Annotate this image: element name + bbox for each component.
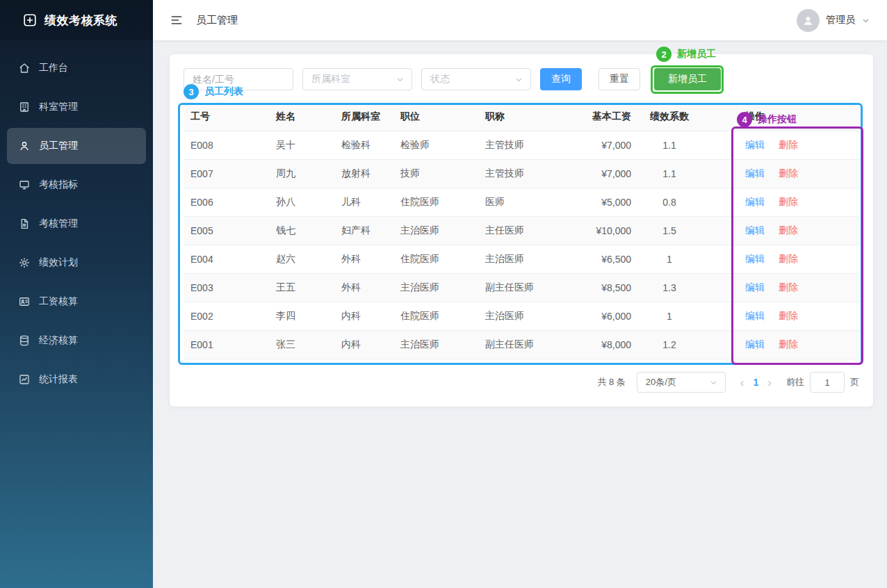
sidebar-item-plans[interactable]: 绩效计划: [7, 245, 146, 281]
user-name: 管理员: [826, 14, 855, 26]
chevron-down-icon: [514, 75, 523, 84]
sidebar-item-kpi[interactable]: 考核指标: [7, 167, 146, 203]
delete-link[interactable]: 删除: [779, 224, 798, 236]
table-row: E004赵六外科住院医师主治医师¥6,5001编辑删除: [184, 245, 859, 274]
table-row: E001张三内科主治医师副主任医师¥8,0001.2编辑删除: [184, 331, 859, 359]
user-menu[interactable]: 管理员: [797, 9, 870, 32]
goto-page-input[interactable]: [810, 372, 845, 393]
prev-page-button[interactable]: ‹: [735, 377, 749, 389]
table-row: E007周九放射科技师主管技师¥7,0001.1编辑删除: [184, 160, 859, 188]
chevron-down-icon: [861, 16, 870, 25]
cell-title: 副主任医师: [485, 281, 555, 294]
delete-link[interactable]: 删除: [779, 196, 798, 207]
cell-actions: 编辑删除: [708, 139, 852, 152]
delete-link[interactable]: 删除: [779, 310, 798, 321]
cell-name: 吴十: [276, 139, 341, 152]
sidebar-item-label: 统计报表: [39, 373, 78, 386]
edit-link[interactable]: 编辑: [745, 310, 765, 321]
cell-name: 周九: [276, 168, 341, 180]
sidebar-item-label: 经济核算: [39, 334, 78, 347]
cell-actions: 编辑删除: [708, 224, 852, 237]
cell-employee-id: E003: [190, 282, 276, 293]
delete-link[interactable]: 删除: [779, 139, 798, 150]
page: 绩效考核系统 工作台科室管理员工管理考核指标考核管理绩效计划工资核算经济核算统计…: [0, 0, 887, 588]
column-header-position: 职位: [400, 111, 485, 123]
table-row: E008吴十检验科检验师主管技师¥7,0001.1编辑删除: [184, 131, 859, 160]
chevron-down-icon: [396, 75, 405, 84]
cell-employee-id: E007: [190, 168, 276, 179]
column-header-title: 职称: [485, 111, 555, 123]
cell-name: 孙八: [276, 196, 341, 209]
sidebar-item-reports[interactable]: 统计报表: [7, 361, 146, 398]
edit-link[interactable]: 编辑: [745, 253, 765, 264]
goto-label: 前往: [786, 376, 804, 389]
sidebar-item-label: 员工管理: [39, 140, 78, 152]
cell-salary: ¥7,000: [555, 140, 631, 151]
edit-link[interactable]: 编辑: [745, 338, 765, 350]
sidebar-item-assessment[interactable]: 考核管理: [7, 206, 146, 242]
sidebar-menu: 工作台科室管理员工管理考核指标考核管理绩效计划工资核算经济核算统计报表: [0, 40, 153, 407]
cell-department: 内科: [341, 338, 400, 351]
cell-name: 张三: [276, 338, 341, 351]
cell-position: 住院医师: [400, 196, 485, 209]
cell-salary: ¥7,000: [555, 168, 631, 179]
department-select[interactable]: 所属科室: [302, 68, 412, 90]
app-title: 绩效考核系统: [44, 13, 117, 28]
cell-position: 技师: [400, 168, 485, 180]
cell-actions: 编辑删除: [708, 310, 852, 322]
pagination-total: 共 8 条: [597, 376, 625, 389]
cell-coefficient: 1.3: [631, 282, 708, 293]
app-logo: 绩效考核系统: [0, 0, 153, 40]
cell-coefficient: 0.8: [631, 197, 708, 208]
cell-department: 外科: [341, 253, 400, 266]
cell-title: 主管技师: [485, 168, 555, 180]
search-button[interactable]: 查询: [540, 68, 582, 90]
user-icon: [18, 140, 31, 152]
sidebar-item-economy[interactable]: 经济核算: [7, 322, 146, 359]
edit-link[interactable]: 编辑: [745, 168, 765, 179]
reset-button[interactable]: 重置: [599, 68, 640, 90]
delete-link[interactable]: 删除: [779, 168, 798, 179]
app-logo-icon: [22, 13, 38, 28]
cell-position: 主治医师: [400, 338, 485, 351]
sidebar-item-employees[interactable]: 员工管理: [7, 128, 146, 164]
next-page-button[interactable]: ›: [763, 377, 776, 389]
edit-link[interactable]: 编辑: [745, 196, 765, 207]
cell-coefficient: 1.1: [631, 140, 708, 151]
current-page[interactable]: 1: [749, 377, 763, 388]
edit-link[interactable]: 编辑: [745, 281, 765, 293]
page-size-select[interactable]: 20条/页: [637, 372, 726, 393]
cell-employee-id: E008: [190, 140, 276, 151]
status-select[interactable]: 状态: [421, 68, 531, 90]
cell-department: 妇产科: [341, 224, 400, 237]
delete-link[interactable]: 删除: [779, 338, 798, 350]
add-employee-button[interactable]: 新增员工: [654, 68, 721, 90]
cell-title: 主治医师: [485, 253, 555, 266]
employee-card: 所属科室 状态 查询 重置 新增员工 工号 姓名 所属科室 职位 职称: [170, 54, 873, 407]
edit-link[interactable]: 编辑: [745, 224, 765, 236]
sidebar-item-workbench[interactable]: 工作台: [7, 50, 146, 86]
delete-link[interactable]: 删除: [779, 281, 798, 293]
department-select-value: 所属科室: [311, 73, 350, 85]
column-header-id: 工号: [190, 111, 276, 123]
cell-coefficient: 1.1: [631, 168, 708, 179]
gear-icon: [18, 256, 31, 269]
id-card-icon: [18, 295, 31, 308]
table-row: E005钱七妇产科主治医师主任医师¥10,0001.5编辑删除: [184, 217, 859, 245]
keyword-input[interactable]: [184, 68, 293, 90]
cell-salary: ¥8,000: [555, 339, 631, 350]
sidebar-item-salary[interactable]: 工资核算: [7, 284, 146, 320]
cell-actions: 编辑删除: [708, 281, 852, 294]
column-header-name: 姓名: [276, 111, 341, 123]
edit-link[interactable]: 编辑: [745, 139, 765, 150]
sidebar-item-departments[interactable]: 科室管理: [7, 89, 146, 125]
sidebar-item-label: 工作台: [39, 62, 68, 74]
cell-position: 检验师: [400, 139, 485, 152]
cell-salary: ¥5,000: [555, 197, 631, 208]
cell-position: 主治医师: [400, 224, 485, 237]
employee-table: 工号 姓名 所属科室 职位 职称 基本工资 绩效系数 操作 E008吴十检验科检…: [184, 103, 859, 359]
sidebar-toggle-icon[interactable]: [170, 13, 184, 27]
delete-link[interactable]: 删除: [779, 253, 798, 264]
topbar: 员工管理 管理员: [153, 0, 887, 40]
column-header-actions: 操作: [708, 111, 852, 123]
